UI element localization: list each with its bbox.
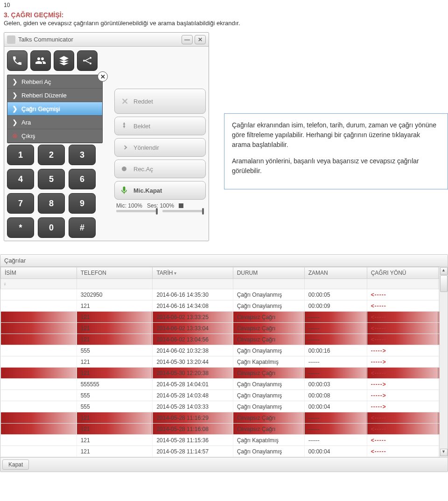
direction-arrow: -----> <box>371 404 386 410</box>
col-date[interactable]: TARİH <box>153 267 233 279</box>
key-3[interactable]: 3 <box>69 145 96 165</box>
table-row[interactable]: 1212014-05-28 11:14:57Çağrı Onaylanmış00… <box>1 446 448 457</box>
cell-status: Cevapsız Çağrı <box>233 323 304 334</box>
key-#[interactable]: # <box>69 217 96 238</box>
table-row[interactable]: 1212014-05-28 11:16:29Cevapsız Çağrı----… <box>1 412 448 424</box>
cell-date: 2014-06-16 14:34:08 <box>153 300 233 312</box>
key-0[interactable]: 0 <box>38 217 65 238</box>
mic-mute-button[interactable]: Mic.Kapat <box>114 181 206 200</box>
cell-date: 2014-06-02 10:32:38 <box>153 345 233 356</box>
scroll-down-button[interactable]: ▼ <box>440 449 448 456</box>
menu-item-1[interactable]: ❯Rehberi Düzenle <box>7 89 102 102</box>
hold-button[interactable]: Beklet <box>114 117 206 135</box>
transfer-button[interactable]: Yönlendir <box>114 138 206 157</box>
chevron-right-icon: ❯ <box>12 78 18 85</box>
table-row[interactable]: 1212014-05-30 13:20:44Çağrı Kapatılmış--… <box>1 356 448 368</box>
cell-direction: <----- <box>367 435 438 446</box>
key-*[interactable]: * <box>7 217 34 238</box>
minimize-button[interactable]: — <box>182 35 193 44</box>
close-icon: ⊗ <box>12 132 18 139</box>
filter-direction[interactable] <box>367 279 438 289</box>
menu-item-3[interactable]: ❯Ara <box>7 116 102 129</box>
table-row[interactable]: 1212014-06-02 13:04:56Cevapsız Çağrı----… <box>1 334 448 345</box>
nav-layers[interactable] <box>54 50 74 71</box>
direction-arrow: <----- <box>371 325 386 332</box>
filter-date[interactable] <box>153 279 233 289</box>
app-icon <box>7 35 15 44</box>
scroll-thumb[interactable] <box>440 275 448 292</box>
key-5[interactable]: 5 <box>38 169 65 189</box>
col-status[interactable]: DURUM <box>233 267 304 279</box>
cell-name <box>1 356 77 368</box>
col-direction[interactable]: ÇAĞRI YÖNÜ <box>367 267 438 279</box>
table-row[interactable]: 5552014-06-02 10:32:38Çağrı Onaylanmış00… <box>1 345 448 356</box>
table-row[interactable]: 1212014-05-28 11:16:08Cevapsız Çağrı----… <box>1 424 448 435</box>
key-1[interactable]: 1 <box>7 145 34 165</box>
scroll-up-button[interactable]: ▲ <box>440 267 448 275</box>
filter-phone[interactable] <box>77 279 153 289</box>
menu-item-4[interactable]: ⊗Çıkış <box>7 129 102 143</box>
table-row[interactable]: 1212014-06-02 13:33:04Cevapsız Çağrı----… <box>1 323 448 334</box>
table-row[interactable]: 1212014-06-02 13:33:25Cevapsız Çağrı----… <box>1 312 448 323</box>
table-row[interactable]: 5552014-05-28 14:03:48Çağrı Onaylanmış00… <box>1 390 448 401</box>
cell-name <box>1 289 77 300</box>
menu-item-0[interactable]: ❯Rehberi Aç <box>7 75 102 89</box>
key-7[interactable]: 7 <box>7 193 34 214</box>
cell-date: 2014-05-28 14:03:48 <box>153 390 233 401</box>
cell-direction: <----- <box>367 323 438 334</box>
nav-phone[interactable] <box>7 50 28 71</box>
cell-status: Çağrı Kapatılmış <box>233 356 304 368</box>
reject-button[interactable]: Reddet <box>114 89 206 114</box>
filter-time[interactable] <box>304 279 367 289</box>
main-nav <box>7 49 206 75</box>
chevron-right-icon: ❯ <box>12 105 18 112</box>
table-row[interactable]: 5555552014-05-28 14:04:01Çağrı Onaylanmı… <box>1 379 448 390</box>
cell-direction: <----- <box>367 446 438 457</box>
mic-slider[interactable] <box>116 210 158 212</box>
vol-slider[interactable] <box>162 210 204 212</box>
section-desc: Gelen, giden ve cevapsız çağrıların görü… <box>0 20 448 30</box>
filter-name[interactable]: ♀ <box>1 279 77 289</box>
menu-close-button[interactable]: ✕ <box>98 71 108 82</box>
record-button[interactable]: Rec.Aç <box>114 160 206 178</box>
cell-phone: 121 <box>77 323 153 334</box>
cell-date: 2014-05-28 11:14:57 <box>153 446 233 457</box>
close-panel-button[interactable]: Kapat <box>2 459 29 470</box>
key-6[interactable]: 6 <box>69 169 96 189</box>
col-name[interactable]: İSİM <box>1 267 77 279</box>
cell-phone: 121 <box>77 312 153 323</box>
key-2[interactable]: 2 <box>38 145 65 165</box>
col-phone[interactable]: TELEFON <box>77 267 153 279</box>
col-time[interactable]: ZAMAN <box>304 267 367 279</box>
cell-date: 2014-06-02 13:33:04 <box>153 323 233 334</box>
key-8[interactable]: 8 <box>38 193 65 214</box>
nav-contacts[interactable] <box>30 50 51 71</box>
table-row[interactable]: 1212014-05-30 12:20:38Cevapsız Çağrı----… <box>1 368 448 379</box>
table-row[interactable]: 1212014-05-28 11:15:36Çağrı Kapatılmış--… <box>1 435 448 446</box>
cell-date: 2014-06-02 13:33:25 <box>153 312 233 323</box>
table-row[interactable]: 32029502014-06-16 14:35:30Çağrı Onaylanm… <box>1 289 448 300</box>
cell-phone: 121 <box>77 412 153 424</box>
cell-status: Cevapsız Çağrı <box>233 424 304 435</box>
direction-arrow: <----- <box>371 415 386 421</box>
menu-item-2[interactable]: ❯Çağrı Geçmişi <box>7 102 102 116</box>
cell-date: 2014-05-28 11:16:29 <box>153 412 233 424</box>
table-row[interactable]: 5552014-05-28 14:03:33Çağrı Onaylanmış00… <box>1 401 448 412</box>
key-4[interactable]: 4 <box>7 169 34 189</box>
key-9[interactable]: 9 <box>69 193 96 214</box>
table-row[interactable]: 1212014-06-16 14:34:08Çağrı Onaylanmış00… <box>1 300 448 312</box>
page-number: 10 <box>0 0 448 10</box>
calls-table: İSİM TELEFON TARİH DURUM ZAMAN ÇAĞRI YÖN… <box>0 267 448 457</box>
cell-direction: -----> <box>367 345 438 356</box>
direction-arrow: <----- <box>371 303 386 309</box>
nav-network[interactable] <box>77 50 98 71</box>
context-menu: ✕ ❯Rehberi Aç❯Rehberi Düzenle❯Çağrı Geçm… <box>7 75 103 143</box>
cell-time: ------ <box>304 435 367 446</box>
table-scrollbar[interactable]: ▲ ▼ <box>439 267 448 457</box>
cell-name <box>1 345 77 356</box>
cell-direction: <----- <box>367 289 438 300</box>
cell-time: 00:00:03 <box>304 379 367 390</box>
filter-status[interactable] <box>233 279 304 289</box>
cell-time: ------ <box>304 312 367 323</box>
close-button[interactable]: ✕ <box>195 35 206 44</box>
